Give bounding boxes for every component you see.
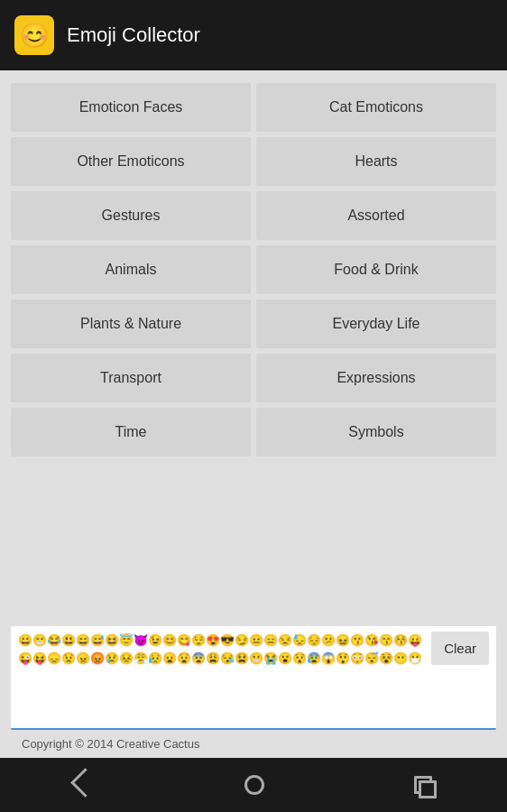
clear-button[interactable]: Clear [431, 632, 489, 665]
category-button-time[interactable]: Time [11, 408, 251, 457]
category-button-cat-emoticons[interactable]: Cat Emoticons [256, 83, 496, 132]
category-button-gestures[interactable]: Gestures [11, 191, 251, 240]
app-icon: 😊 [14, 15, 54, 55]
emoji-area: 😀😁😂😃😄😅😆😇😈😉😊😋😌😍😎😏😐😑😒😓😔😕😖😗😘😙😚😛😜😝😞😟😠😡😢😣😤😥😦😧… [11, 626, 496, 730]
spacer [11, 464, 496, 626]
category-grid: Emoticon FacesCat EmoticonsOther Emotico… [11, 83, 496, 457]
category-button-everyday-life[interactable]: Everyday Life [256, 300, 496, 348]
back-button[interactable] [57, 763, 114, 807]
category-button-other-emoticons[interactable]: Other Emoticons [11, 137, 251, 186]
category-button-emoticon-faces[interactable]: Emoticon Faces [11, 83, 251, 132]
emoji-display: 😀😁😂😃😄😅😆😇😈😉😊😋😌😍😎😏😐😑😒😓😔😕😖😗😘😙😚😛😜😝😞😟😠😡😢😣😤😥😦😧… [18, 632, 426, 668]
recents-button[interactable] [396, 767, 450, 803]
main-content: Emoticon FacesCat EmoticonsOther Emotico… [0, 70, 507, 758]
home-icon [244, 775, 264, 795]
copyright-text: Copyright © 2014 Creative Cactus [11, 730, 496, 758]
category-button-food-drink[interactable]: Food & Drink [256, 245, 496, 294]
back-arrow-icon [75, 772, 96, 798]
category-button-symbols[interactable]: Symbols [256, 408, 496, 457]
category-button-animals[interactable]: Animals [11, 245, 251, 294]
category-button-hearts[interactable]: Hearts [256, 137, 496, 186]
category-button-expressions[interactable]: Expressions [256, 354, 496, 402]
nav-bar [0, 758, 507, 812]
category-button-assorted[interactable]: Assorted [256, 191, 496, 240]
category-button-transport[interactable]: Transport [11, 354, 251, 402]
top-bar: 😊 Emoji Collector [0, 0, 507, 70]
recents-icon [414, 776, 432, 794]
category-button-plants-nature[interactable]: Plants & Nature [11, 300, 251, 348]
app-title: Emoji Collector [67, 23, 200, 47]
home-button[interactable] [226, 766, 282, 804]
